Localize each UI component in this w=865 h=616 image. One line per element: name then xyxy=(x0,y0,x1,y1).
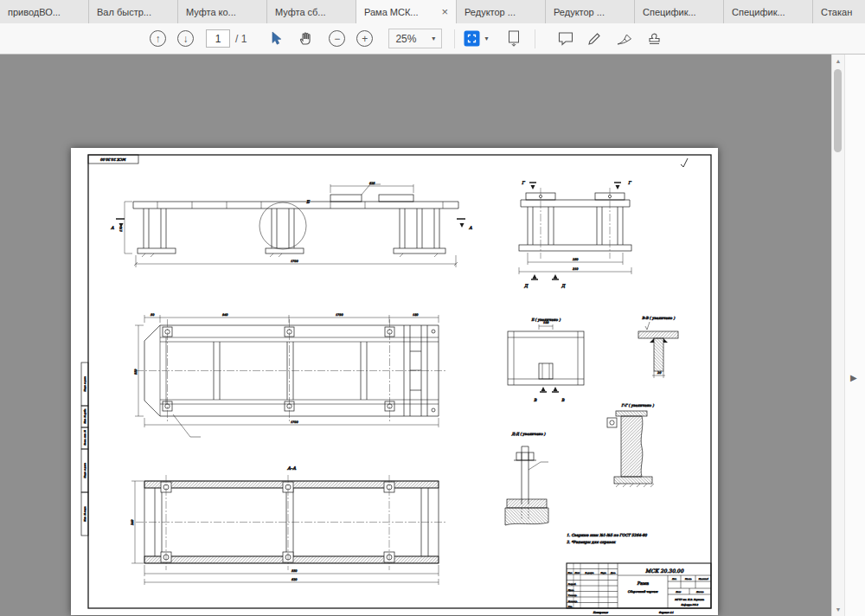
page-number-input[interactable]: 1 xyxy=(206,29,230,48)
tb-grid: Листов xyxy=(696,591,704,594)
detail-dd-view xyxy=(505,446,548,525)
footer-label: Копировал xyxy=(593,611,608,614)
tb-header: Лист xyxy=(574,572,580,574)
section-letter: Д xyxy=(524,283,529,288)
detail-vv-view xyxy=(638,322,678,378)
dimension: 180 xyxy=(413,313,419,317)
note-line-1: 1. Сварные швы №1-№5 по ГОСТ 5264-80 xyxy=(567,533,648,537)
chevron-down-icon: ▾ xyxy=(432,35,435,42)
dimension: 550 xyxy=(292,569,298,573)
margin-label: Подп. и дата xyxy=(84,463,86,478)
tab-reduktor-2[interactable]: Редуктор ... xyxy=(546,0,635,23)
tb-grid: Масса xyxy=(685,578,692,581)
dimension: 250 xyxy=(573,258,579,261)
dimension: 20 xyxy=(657,371,662,375)
expand-panel-arrow[interactable]: ▶ xyxy=(850,373,857,382)
note-line-2: 2. *Размеры для справок xyxy=(567,540,617,544)
tab-mufta-ko[interactable]: Муфта ко... xyxy=(178,0,267,23)
margin-label: Взам. инв. № xyxy=(84,430,86,446)
dimension: 100 xyxy=(543,321,549,324)
tab-specifik-1[interactable]: Специфик... xyxy=(635,0,724,23)
chevron-down-icon[interactable]: ▾ xyxy=(484,35,488,42)
section-letter: Г xyxy=(522,180,526,185)
tab-val-bystr[interactable]: Вал быстр... xyxy=(89,0,178,23)
end-view xyxy=(519,183,631,279)
tb-row: Пров. xyxy=(568,589,574,592)
section-letter: В xyxy=(561,398,565,402)
dimension: 50 xyxy=(151,313,155,317)
section-letter: А xyxy=(111,225,114,230)
margin-label: Инв. № подл. xyxy=(84,506,86,522)
footer-label: Формат А1 xyxy=(658,611,673,614)
doc-type: Сборочный чертеж xyxy=(628,590,659,594)
scrollbar-thumb[interactable] xyxy=(834,69,842,152)
prev-page-button[interactable]: ↑ xyxy=(150,30,166,47)
tab-stakan[interactable]: Стакан xyxy=(813,0,865,23)
tab-label: Рама МСК... xyxy=(364,7,419,17)
acrobat-window: приводВО... Вал быстр... Муфта ко... Муф… xyxy=(0,0,865,616)
tb-header: № докум. xyxy=(585,572,594,574)
tb-header: Подп. xyxy=(600,572,606,574)
tb-grid: Лист xyxy=(676,591,682,594)
page-count-label: / 1 xyxy=(235,33,247,45)
dimension: 625 xyxy=(369,182,375,185)
fit-page-button[interactable] xyxy=(464,30,480,47)
tb-row: Разраб. xyxy=(568,583,577,586)
document-canvas[interactable]: МСК 20.30.00 Подп. и дата Инв. № дубл. В… xyxy=(0,55,831,616)
front-view xyxy=(116,184,465,267)
tb-header: Изм. xyxy=(567,572,573,574)
dimension: 630 xyxy=(292,578,298,581)
zoom-in-button[interactable]: + xyxy=(356,30,373,47)
margin-label: Подп. и дата xyxy=(84,376,86,392)
dimension: 170 xyxy=(119,226,123,232)
section-letter: Д xyxy=(561,283,566,288)
tb-grid: Масштаб xyxy=(698,578,708,581)
margin-label: Инв. № дубл. xyxy=(83,408,86,424)
tb-grid: Лит. xyxy=(672,578,677,581)
org-name: МГТУ им. Н.Э. Баумана xyxy=(675,598,704,601)
select-tool-icon[interactable] xyxy=(269,31,283,46)
dimension: 1700 xyxy=(291,420,298,424)
zoom-level-select[interactable]: 25% ▾ xyxy=(388,29,442,48)
hand-tool-icon[interactable] xyxy=(298,31,313,46)
detail-vv-label: В-В ( увеличено ) xyxy=(642,316,676,320)
tb-row: Н.контр. xyxy=(568,600,578,603)
detail-dd-label: Д-Д ( увеличено ) xyxy=(512,432,546,436)
stamp-tool-icon[interactable] xyxy=(647,31,663,46)
fill-sign-tool-icon[interactable] xyxy=(587,31,602,46)
zoom-out-button[interactable]: − xyxy=(329,30,345,47)
part-name: Рама xyxy=(637,581,650,586)
tb-header: Дата xyxy=(611,572,616,574)
title-block xyxy=(567,563,711,608)
tab-rama-msk[interactable]: Рама МСК... × xyxy=(356,0,457,23)
right-panel-gutter: ▶ xyxy=(844,55,865,616)
plan-view xyxy=(135,315,447,437)
dimension: 310 xyxy=(573,267,579,271)
scroll-up-arrow[interactable]: ▲ xyxy=(832,55,844,67)
org-name: Кафедра РК-3 xyxy=(681,603,698,606)
dimension: 940 xyxy=(222,313,228,317)
section-letter: А xyxy=(469,225,472,230)
comment-tool-icon[interactable] xyxy=(558,31,573,46)
section-aa-label: А-А xyxy=(287,465,297,471)
tb-row: Утв. xyxy=(568,606,573,608)
close-tab-icon[interactable]: × xyxy=(441,6,448,17)
ink-sign-tool-icon[interactable] xyxy=(616,32,633,46)
tab-reduktor-1[interactable]: Редуктор ... xyxy=(457,0,546,23)
tab-specifik-2[interactable]: Специфик... xyxy=(724,0,813,23)
drawing-page: МСК 20.30.00 Подп. и дата Инв. № дубл. В… xyxy=(71,148,718,615)
page-scrolling-button[interactable] xyxy=(507,30,521,48)
detail-gg-label: Г-Г ( увеличено ) xyxy=(621,403,654,407)
detail-gg-view xyxy=(607,411,654,487)
dimension: 240 xyxy=(131,519,134,525)
vertical-scrollbar[interactable]: ▲ ▼ xyxy=(831,55,844,616)
scroll-down-arrow[interactable]: ▼ xyxy=(832,603,844,616)
tab-mufta-sb[interactable]: Муфта сб... xyxy=(267,0,356,23)
doc-number: МСК 20.30.00 xyxy=(645,568,684,574)
document-area: МСК 20.30.00 Подп. и дата Инв. № дубл. В… xyxy=(0,55,865,616)
next-page-button[interactable]: ↓ xyxy=(177,30,194,47)
dimension: 550 xyxy=(134,369,138,375)
tab-privod-vo[interactable]: приводВО... xyxy=(0,0,89,23)
section-letter: В xyxy=(534,398,537,402)
section-letter: Г xyxy=(628,180,632,185)
